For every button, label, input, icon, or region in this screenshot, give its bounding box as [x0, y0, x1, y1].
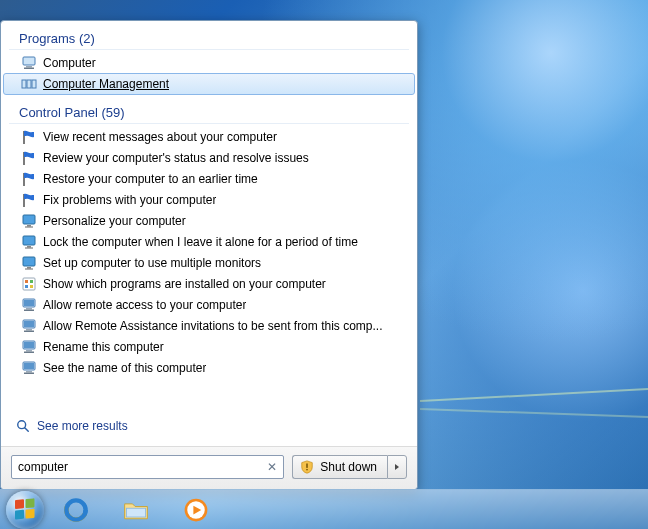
svg-rect-18 — [25, 268, 33, 269]
sys-icon — [21, 318, 37, 334]
svg-rect-4 — [27, 80, 31, 88]
search-results: Programs (2) ComputerComputer Management… — [1, 21, 417, 406]
start-menu: Programs (2) ComputerComputer Management… — [0, 20, 418, 490]
control-panel-item-label: Lock the computer when I leave it alone … — [43, 235, 358, 249]
svg-rect-10 — [23, 215, 35, 224]
svg-rect-0 — [23, 57, 35, 65]
monitor-icon — [21, 213, 37, 229]
computer-icon — [21, 55, 37, 71]
taskbar-explorer[interactable] — [108, 493, 164, 527]
svg-rect-21 — [30, 280, 33, 283]
control-panel-item[interactable]: View recent messages about your computer — [3, 126, 415, 147]
search-input[interactable] — [11, 455, 284, 479]
svg-rect-34 — [26, 350, 32, 352]
control-panel-item[interactable]: Allow remote access to your computer — [3, 294, 415, 315]
svg-rect-12 — [25, 226, 33, 227]
mgmt-icon — [21, 76, 37, 92]
svg-rect-47 — [26, 508, 35, 518]
control-panel-item[interactable]: Fix problems with your computer — [3, 189, 415, 210]
svg-rect-33 — [24, 342, 34, 348]
control-panel-item[interactable]: Show which programs are installed on you… — [3, 273, 415, 294]
control-panel-item[interactable]: Personalize your computer — [3, 210, 415, 231]
svg-rect-25 — [24, 300, 34, 306]
see-more-label: See more results — [37, 419, 128, 433]
sys-icon — [21, 360, 37, 376]
svg-rect-3 — [22, 80, 26, 88]
taskbar-ie[interactable] — [48, 493, 104, 527]
svg-line-41 — [25, 428, 29, 432]
control-panel-item-label: Personalize your computer — [43, 214, 186, 228]
taskbar-media-player[interactable] — [168, 493, 224, 527]
control-panel-item[interactable]: See the name of this computer — [3, 357, 415, 378]
svg-rect-16 — [23, 257, 35, 266]
monitor-icon — [21, 234, 37, 250]
monitor-icon — [21, 255, 37, 271]
control-panel-item[interactable]: Restore your computer to an earlier time — [3, 168, 415, 189]
svg-rect-13 — [23, 236, 35, 245]
control-panel-header: Control Panel (59) — [9, 101, 409, 124]
programs-icon — [21, 276, 37, 292]
svg-rect-1 — [26, 66, 32, 68]
svg-rect-11 — [27, 225, 31, 227]
svg-rect-43 — [307, 469, 308, 470]
control-panel-item-label: Allow remote access to your computer — [43, 298, 246, 312]
control-panel-item[interactable]: Set up computer to use multiple monitors — [3, 252, 415, 273]
svg-rect-46 — [15, 509, 24, 519]
flag-icon — [21, 192, 37, 208]
programs-item[interactable]: Computer — [3, 52, 415, 73]
sys-icon — [21, 339, 37, 355]
flag-icon — [21, 150, 37, 166]
search-icon — [15, 418, 31, 434]
svg-rect-2 — [24, 67, 34, 69]
svg-rect-39 — [24, 372, 34, 374]
shutdown-group: Shut down — [292, 455, 407, 479]
shutdown-label: Shut down — [320, 460, 377, 474]
start-button[interactable] — [6, 491, 44, 529]
svg-rect-37 — [24, 363, 34, 369]
shield-warning-icon — [299, 459, 315, 475]
svg-rect-19 — [23, 278, 35, 290]
control-panel-item-label: See the name of this computer — [43, 361, 206, 375]
shutdown-options-button[interactable] — [387, 455, 407, 479]
svg-rect-38 — [26, 371, 32, 373]
svg-rect-35 — [24, 351, 34, 353]
control-panel-item[interactable]: Lock the computer when I leave it alone … — [3, 231, 415, 252]
control-panel-item-label: Review your computer's status and resolv… — [43, 151, 309, 165]
svg-rect-45 — [26, 498, 35, 508]
svg-rect-44 — [15, 499, 24, 509]
control-panel-item-label: Restore your computer to an earlier time — [43, 172, 258, 186]
sys-icon — [21, 297, 37, 313]
svg-rect-27 — [24, 309, 34, 311]
control-panel-item-label: Fix problems with your computer — [43, 193, 216, 207]
svg-rect-5 — [32, 80, 36, 88]
control-panel-item[interactable]: Allow Remote Assistance invitations to b… — [3, 315, 415, 336]
control-panel-item-label: Rename this computer — [43, 340, 164, 354]
shutdown-button[interactable]: Shut down — [292, 455, 387, 479]
clear-search-button[interactable]: ✕ — [264, 459, 280, 475]
svg-rect-20 — [25, 280, 28, 283]
svg-rect-29 — [24, 321, 34, 327]
start-menu-footer: ✕ Shut down — [1, 446, 417, 489]
control-panel-item-label: View recent messages about your computer — [43, 130, 277, 144]
flag-icon — [21, 171, 37, 187]
control-panel-item-label: Allow Remote Assistance invitations to b… — [43, 319, 382, 333]
svg-rect-26 — [26, 308, 32, 310]
control-panel-item-label: Show which programs are installed on you… — [43, 277, 326, 291]
svg-rect-42 — [307, 464, 308, 468]
programs-item-label: Computer — [43, 56, 96, 70]
svg-rect-31 — [24, 330, 34, 332]
svg-rect-14 — [27, 246, 31, 248]
see-more-results[interactable]: See more results — [1, 406, 417, 446]
control-panel-item[interactable]: Rename this computer — [3, 336, 415, 357]
svg-rect-15 — [25, 247, 33, 248]
programs-item[interactable]: Computer Management — [3, 73, 415, 95]
svg-rect-23 — [30, 285, 33, 288]
svg-rect-50 — [126, 508, 145, 517]
flag-icon — [21, 129, 37, 145]
control-panel-item-label: Set up computer to use multiple monitors — [43, 256, 261, 270]
search-field-wrap: ✕ — [11, 455, 284, 479]
programs-header: Programs (2) — [9, 27, 409, 50]
svg-rect-17 — [27, 267, 31, 269]
control-panel-item[interactable]: Review your computer's status and resolv… — [3, 147, 415, 168]
svg-rect-30 — [26, 329, 32, 331]
